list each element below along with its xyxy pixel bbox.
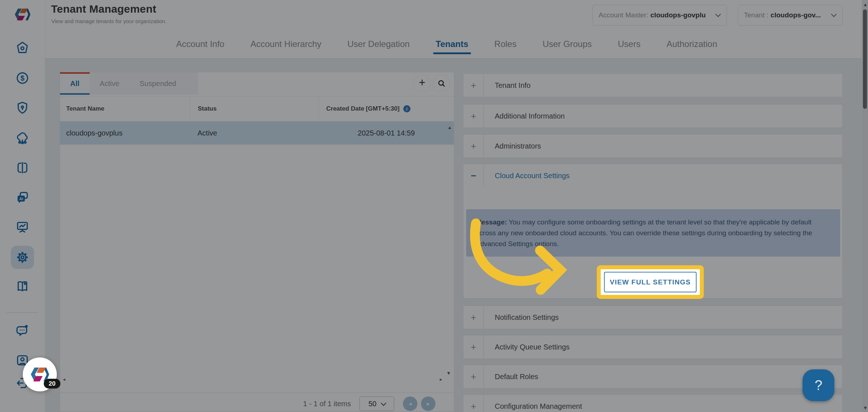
step-count-badge: 20 [44, 379, 60, 389]
help-button[interactable]: ? [803, 369, 834, 401]
annotation-arrow [464, 215, 571, 302]
app-screen: $ AI Te [0, 0, 868, 412]
highlight-frame: VIEW FULL SETTINGS [597, 265, 704, 299]
dim-overlay [0, 0, 868, 412]
view-full-settings-button[interactable]: VIEW FULL SETTINGS [604, 272, 697, 292]
